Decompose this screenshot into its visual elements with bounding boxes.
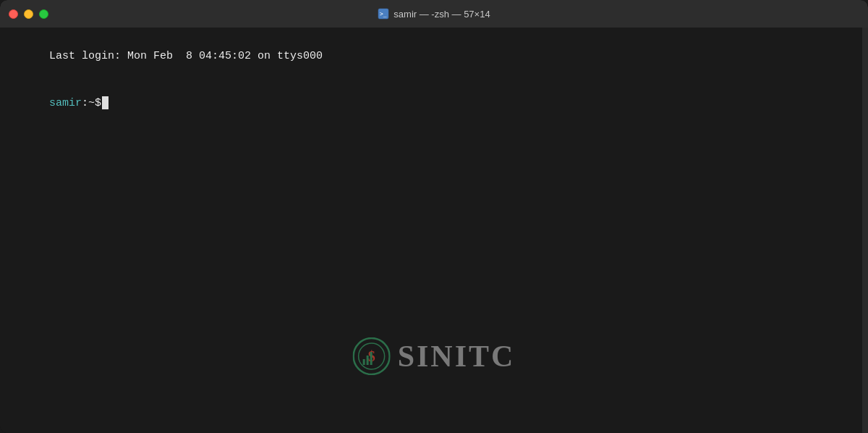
maximize-button[interactable] (39, 9, 48, 19)
prompt-symbol: :~$ (82, 97, 101, 109)
prompt-user: samir (49, 97, 82, 109)
minimize-button[interactable] (24, 9, 33, 19)
title-bar: >_ samir — -zsh — 57×14 (0, 0, 868, 28)
watermark: $ SINITC (353, 337, 516, 375)
svg-text:>_: >_ (380, 11, 387, 17)
prompt-line: samir:~$ (10, 80, 858, 126)
cursor (102, 96, 109, 109)
traffic-lights (9, 9, 48, 19)
terminal-window: >_ samir — -zsh — 57×14 Last login: Mon … (0, 0, 868, 433)
svg-rect-7 (370, 352, 373, 365)
close-button[interactable] (9, 9, 18, 19)
last-login-line: Last login: Mon Feb 8 04:45:02 on ttys00… (10, 33, 858, 79)
terminal-body[interactable]: Last login: Mon Feb 8 04:45:02 on ttys00… (0, 28, 868, 433)
scrollbar[interactable] (862, 28, 868, 433)
svg-rect-6 (367, 356, 369, 365)
window-title: >_ samir — -zsh — 57×14 (378, 8, 490, 20)
watermark-logo-icon: $ (353, 337, 391, 375)
svg-rect-5 (363, 359, 365, 365)
terminal-icon: >_ (378, 8, 389, 20)
watermark-text: SINITC (398, 339, 516, 374)
